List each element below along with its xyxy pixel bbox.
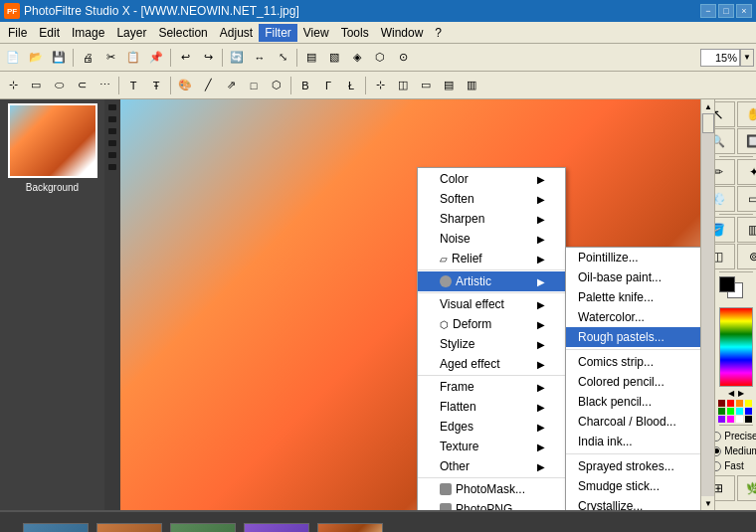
tool-dropper[interactable]: 🔲 — [737, 128, 757, 154]
save-btn[interactable]: 💾 — [48, 47, 70, 69]
thumb-item-2[interactable]: WWW.NEOWI.. — [94, 523, 164, 532]
tool-shape[interactable]: □ — [243, 75, 265, 96]
zoom-dropdown-btn[interactable]: ▼ — [740, 49, 754, 67]
filter-btn5[interactable]: ⊙ — [392, 47, 414, 69]
color-cell[interactable] — [718, 408, 725, 415]
fg-color-swatch[interactable] — [719, 276, 735, 292]
filter-frame[interactable]: Frame ▶ — [418, 377, 565, 397]
art-sprayed[interactable]: Sprayed strokes... — [566, 456, 700, 476]
filter-color[interactable]: Color ▶ — [418, 169, 565, 189]
tool-hand[interactable]: ✋ — [737, 101, 757, 127]
thumb-item-5[interactable]: WWW.NEOWI.. — [315, 523, 385, 532]
precise-radio[interactable] — [714, 432, 721, 442]
tool-crop[interactable]: ⊹ — [369, 75, 391, 96]
tool-pencil[interactable]: ✏ — [714, 159, 735, 185]
undo-btn[interactable]: ↩ — [174, 47, 196, 69]
menu-view[interactable]: View — [297, 24, 335, 42]
tool-ellipse[interactable]: ⬭ — [48, 75, 70, 96]
tool-eraser[interactable]: ▭ — [415, 75, 437, 96]
color-cell[interactable] — [718, 416, 725, 423]
tool-magic[interactable]: ⋯ — [94, 75, 115, 96]
menu-filter[interactable]: Filter — [259, 24, 297, 42]
filter-other[interactable]: Other ▶ — [418, 456, 565, 476]
tool-clone[interactable]: ⊚ — [737, 244, 757, 269]
filter-visual[interactable]: Visual effect ▶ — [418, 294, 565, 314]
window-controls[interactable]: − □ × — [700, 4, 752, 18]
tool-extra2[interactable]: 🌿 — [737, 475, 757, 501]
flip-btn[interactable]: ↔ — [249, 47, 271, 69]
open-btn[interactable]: 📂 — [25, 47, 47, 69]
art-smudge[interactable]: Smudge stick... — [566, 476, 700, 496]
tool-arrow[interactable]: ⇗ — [220, 75, 242, 96]
tool-extra1[interactable]: ⊞ — [714, 475, 735, 501]
tool-gradient2[interactable]: ▥ — [737, 217, 757, 243]
art-palette[interactable]: Palette knife... — [566, 287, 700, 307]
menu-tools[interactable]: Tools — [335, 24, 375, 42]
filter-btn1[interactable]: ▤ — [300, 47, 322, 69]
art-pointillize[interactable]: Pointillize... — [566, 248, 700, 267]
tool-gradient[interactable]: ▥ — [461, 75, 482, 96]
art-comics[interactable]: Comics strip... — [566, 352, 700, 372]
menu-file[interactable]: File — [2, 24, 33, 42]
tool-rubber[interactable]: ▭ — [737, 186, 757, 212]
color-spectrum[interactable] — [719, 307, 753, 387]
scroll-track[interactable] — [701, 113, 714, 496]
art-crystallize[interactable]: Crystallize... — [566, 496, 700, 510]
filter-artistic[interactable]: Artistic ▶ — [418, 271, 565, 291]
tool-poly[interactable]: ⬡ — [266, 75, 287, 96]
tool-line[interactable]: ╱ — [197, 75, 219, 96]
tool-text[interactable]: T — [122, 75, 144, 96]
thumb-item-3[interactable]: WWW.NEOWI.. — [168, 523, 238, 532]
fast-radio[interactable] — [714, 461, 721, 471]
medium-radio[interactable] — [714, 446, 721, 456]
rotate-btn[interactable]: 🔄 — [226, 47, 248, 69]
filter-texture[interactable]: Texture ▶ — [418, 437, 565, 456]
filter-sharpen[interactable]: Sharpen ▶ — [418, 209, 565, 229]
copy-btn[interactable]: 📋 — [122, 47, 144, 69]
color-cell[interactable] — [718, 400, 725, 407]
menu-selection[interactable]: Selection — [152, 24, 213, 42]
filter-btn2[interactable]: ▧ — [323, 47, 345, 69]
filter-noise[interactable]: Noise ▶ — [418, 229, 565, 249]
color-cell[interactable] — [727, 416, 734, 423]
scroll-up-btn[interactable]: ▲ — [701, 99, 715, 113]
art-charcoal[interactable]: Charcoal / Blood... — [566, 412, 700, 432]
menu-window[interactable]: Window — [375, 24, 430, 42]
art-oilbase[interactable]: Oil-base paint... — [566, 267, 700, 287]
filter-photomask[interactable]: PhotoMask... — [418, 479, 565, 499]
color-cell[interactable] — [736, 408, 743, 415]
cut-btn[interactable]: ✂ — [99, 47, 121, 69]
medium-option[interactable]: Medium — [714, 444, 756, 457]
fast-option[interactable]: Fast — [714, 459, 756, 472]
filter-btn3[interactable]: ◈ — [346, 47, 368, 69]
tool-zoom[interactable]: 🔍 — [714, 128, 735, 154]
art-roughpastels[interactable]: Rough pastels... — [566, 327, 700, 347]
art-watercolor[interactable]: Watercolor... — [566, 307, 700, 327]
filter-photopng[interactable]: PhotoPNG... — [418, 499, 565, 510]
tool-b1[interactable]: B — [294, 75, 316, 96]
tool-paint[interactable]: 🎨 — [174, 75, 196, 96]
filter-relief[interactable]: ▱Relief ▶ — [418, 249, 565, 268]
tool-stamp2[interactable]: ◫ — [714, 244, 735, 269]
maximize-btn[interactable]: □ — [718, 4, 734, 18]
tool-brush[interactable]: ✦ — [737, 159, 757, 185]
color-cell[interactable] — [745, 400, 752, 407]
color-cell[interactable] — [745, 408, 752, 415]
color-cell[interactable] — [727, 408, 734, 415]
tool-select[interactable]: ⊹ — [2, 75, 24, 96]
print-btn[interactable]: 🖨 — [77, 47, 98, 69]
vertical-scrollbar[interactable]: ▲ ▼ — [700, 99, 714, 510]
new-btn[interactable]: 📄 — [2, 47, 24, 69]
thumb-item-1[interactable]: WWW.NEOWI.. — [21, 523, 91, 532]
scroll-thumb[interactable] — [702, 113, 714, 133]
art-black-pencil[interactable]: Black pencil... — [566, 392, 700, 412]
tool-bucket[interactable]: 🪣 — [714, 217, 735, 243]
color-cell[interactable] — [736, 400, 743, 407]
resize-btn[interactable]: ⤡ — [272, 47, 293, 69]
tool-lasso[interactable]: ⊂ — [71, 75, 93, 96]
filter-btn4[interactable]: ⬡ — [369, 47, 391, 69]
precise-option[interactable]: Precise — [714, 430, 756, 443]
filter-flatten[interactable]: Flatten ▶ — [418, 397, 565, 417]
color-cell[interactable] — [727, 400, 734, 407]
filter-stylize[interactable]: Stylize ▶ — [418, 334, 565, 354]
